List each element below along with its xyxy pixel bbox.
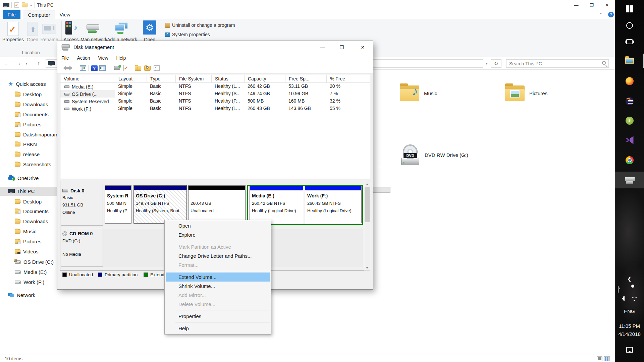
forward-icon[interactable]	[68, 64, 76, 72]
battery-icon[interactable]	[618, 287, 619, 293]
sidebar-pc-documents[interactable]: Documents	[0, 207, 66, 216]
help-icon[interactable]: ?	[90, 64, 98, 72]
refresh-icon[interactable]: ↻	[491, 59, 501, 68]
col-capacity[interactable]: Capacity	[245, 75, 285, 82]
col-status[interactable]: Status	[212, 75, 245, 82]
partition-media[interactable]: Media (E:) 260.42 GB NTFS Healthy (Logic…	[250, 186, 303, 223]
language-indicator[interactable]: ENG	[615, 308, 644, 314]
col-pct-free[interactable]: % Free	[327, 75, 355, 82]
access-media-icon[interactable]: ♪	[65, 20, 77, 36]
col-file-system[interactable]: File System	[176, 75, 212, 82]
col-volume[interactable]: Volume	[60, 75, 115, 82]
sidebar-item-pbkn[interactable]: PBKN	[0, 140, 66, 149]
clock-date[interactable]: 4/14/2018	[615, 331, 644, 337]
partition-os-drive[interactable]: OS Drive (C:) 149.74 GB NTFS Healthy (Sy…	[133, 185, 187, 224]
volume-row-work[interactable]: Work (F:) SimpleBasicNTFS Healthy (L...2…	[60, 105, 370, 112]
disk0-header-cell[interactable]: Disk 0 Basic 931.51 GB Online	[61, 185, 103, 226]
address-dropdown-chevron-icon[interactable]: ▾	[483, 59, 490, 68]
search-box[interactable]	[506, 59, 609, 68]
action-pane-icon[interactable]: ▶	[98, 64, 106, 72]
taskbar-file-explorer[interactable]	[615, 55, 644, 67]
menu-item-properties[interactable]: Properties	[166, 312, 270, 321]
sidebar-item-dakshinapuram[interactable]: Dakshinapuram	[0, 130, 66, 139]
scroll-up-icon[interactable]: ▲	[364, 181, 370, 187]
tab-file[interactable]: File	[3, 10, 20, 19]
col-type[interactable]: Type	[147, 75, 176, 82]
add-network-location-icon[interactable]	[115, 22, 129, 35]
dm-minimize-button[interactable]: —	[315, 41, 330, 53]
help-icon[interactable]: ?	[606, 10, 615, 19]
partition-system-reserved[interactable]: System R 500 MB N Healthy (P	[105, 185, 131, 224]
explorer-close-button[interactable]: ✕	[599, 0, 615, 10]
qat-new-folder-icon[interactable]	[22, 3, 28, 7]
task-view-button[interactable]	[615, 36, 644, 47]
col-free-space[interactable]: Free Sp...	[285, 75, 327, 82]
checklist-icon[interactable]: ✓✓	[153, 64, 161, 72]
taskbar-disk-management-active[interactable]	[615, 172, 644, 188]
recent-locations-chevron-icon[interactable]: ▾	[23, 59, 30, 68]
cdrom-header-cell[interactable]: CD-ROM 0 DVD (G:) No Media	[61, 228, 103, 267]
qat-properties-icon[interactable]: ✓	[14, 2, 19, 8]
partition-unallocated[interactable]: 260.43 GB Unallocated	[188, 185, 246, 224]
sidebar-item-documents[interactable]: Documents	[0, 110, 66, 119]
volume-row-media[interactable]: Media (E:) SimpleBasicNTFS Healthy (L...…	[60, 83, 370, 90]
sidebar-network[interactable]: Network	[0, 291, 66, 300]
menu-item-shrink-volume[interactable]: Shrink Volume...	[166, 282, 270, 291]
console-tree-icon[interactable]: ◀	[79, 64, 87, 72]
taskbar-chrome[interactable]	[615, 155, 644, 166]
dvd-drive-tile[interactable]: DVD DVD RW Drive (G:)	[400, 144, 468, 165]
sidebar-pc-work-drive[interactable]: Work (F:)	[0, 278, 66, 287]
dm-maximize-button[interactable]: ❐	[334, 41, 350, 53]
menu-item-open[interactable]: Open	[166, 221, 270, 230]
disk-pane-scrollbar[interactable]: ▲ ▼	[364, 181, 370, 271]
cortana-button[interactable]	[615, 20, 644, 31]
folder-search-icon[interactable]	[143, 64, 151, 72]
dm-menu-file[interactable]: File	[57, 55, 73, 61]
device-icon[interactable]	[113, 64, 121, 72]
icons-view-icon[interactable]	[604, 356, 610, 361]
partition-work[interactable]: Work (F:) 260.43 GB NTFS Healthy (Logica…	[305, 186, 362, 223]
clock-time[interactable]: 11:05 PM	[615, 323, 644, 329]
open-settings-icon[interactable]: ⚙	[143, 20, 156, 35]
qat-customize-chevron-icon[interactable]: ▾	[30, 3, 32, 7]
sidebar-pc-downloads[interactable]: ↓Downloads	[0, 217, 66, 226]
properties-button-icon[interactable]: ✓	[7, 22, 19, 36]
sidebar-pc-desktop[interactable]: ▪Desktop	[0, 197, 66, 206]
sidebar-item-pictures[interactable]: Pictures	[0, 120, 66, 129]
volume-row-os-drive[interactable]: OS Drive (... SimpleBasicNTFS Healthy (S…	[60, 90, 370, 98]
folder-tile-pictures[interactable]: Pictures	[505, 85, 547, 101]
taskbar-eclipse[interactable]	[615, 96, 644, 107]
up-icon[interactable]: ↑	[34, 59, 43, 68]
start-button[interactable]	[615, 3, 644, 14]
menu-item-explore[interactable]: Explore	[166, 230, 270, 239]
folder-up-icon[interactable]: ↑	[134, 64, 142, 72]
dm-menu-view[interactable]: View	[94, 55, 112, 61]
taskbar-visual-studio[interactable]	[615, 135, 644, 145]
scrollbar-thumb[interactable]	[365, 187, 370, 222]
sidebar-pc-media-drive[interactable]: Media (E:)	[0, 267, 66, 277]
minimize-ribbon-icon[interactable]: ⌃	[596, 10, 605, 19]
explorer-maximize-button[interactable]: ❐	[584, 0, 599, 10]
forward-icon[interactable]: →	[14, 59, 23, 68]
explorer-minimize-button[interactable]: —	[569, 0, 584, 10]
search-input[interactable]	[506, 60, 608, 67]
sidebar-pc-videos[interactable]: Videos	[0, 247, 66, 256]
dm-close-button[interactable]: ✕	[355, 41, 370, 53]
folder-tile-music[interactable]: ♪ Music	[400, 85, 437, 101]
dm-menu-help[interactable]: Help	[112, 55, 130, 61]
col-layout[interactable]: Layout	[115, 75, 147, 82]
taskbar-android-studio[interactable]	[615, 115, 644, 126]
properties-check-icon[interactable]: ✓	[122, 64, 130, 72]
menu-item-extend-volume[interactable]: Extend Volume...	[166, 273, 270, 282]
tab-computer[interactable]: Computer	[23, 10, 55, 19]
map-network-drive-icon[interactable]	[87, 23, 100, 35]
sidebar-pc-pictures[interactable]: Pictures	[0, 237, 66, 246]
action-center-button[interactable]	[615, 345, 644, 354]
uninstall-program-button[interactable]: Uninstall or change a program	[165, 22, 235, 28]
back-icon[interactable]: ←	[3, 59, 11, 68]
sidebar-onedrive[interactable]: OneDrive	[0, 174, 66, 183]
dm-menu-action[interactable]: Action	[73, 55, 94, 61]
sidebar-item-downloads[interactable]: ↓Downloads	[0, 100, 66, 109]
menu-item-change-drive-letter[interactable]: Change Drive Letter and Paths...	[166, 251, 270, 260]
back-icon[interactable]	[59, 64, 67, 72]
